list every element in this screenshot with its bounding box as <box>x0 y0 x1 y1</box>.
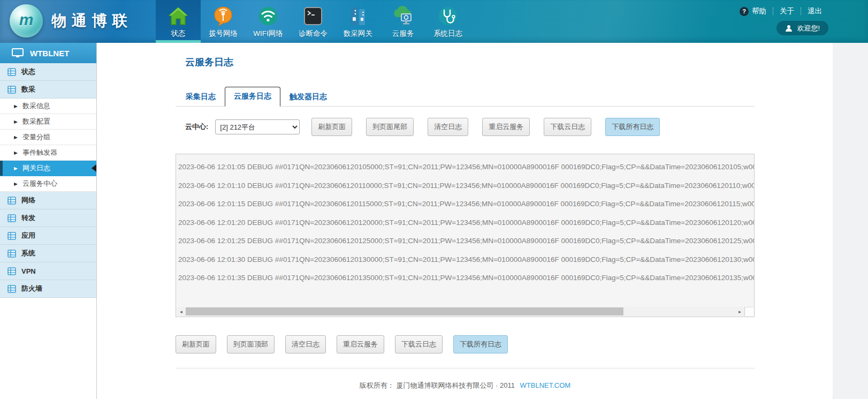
sidebar-item-application[interactable]: 应用 <box>0 227 96 245</box>
clear-log-button-bottom[interactable]: 清空日志 <box>285 335 326 353</box>
about-link[interactable]: 关于 <box>773 6 801 16</box>
sidebar-item-system[interactable]: 系统 <box>0 245 96 262</box>
clear-log-button[interactable]: 清空日志 <box>428 118 468 136</box>
nav-wifi-network[interactable]: WIFI网络 <box>246 0 291 43</box>
top-header: m 物通博联 状态 拨号网络 <box>0 0 868 43</box>
wifi-icon <box>257 4 279 28</box>
scrollbar-corner <box>744 307 753 316</box>
sidebar-item-acquisition-config[interactable]: ▶ 数采配置 <box>0 114 96 130</box>
scrollbar-thumb[interactable] <box>186 307 623 315</box>
restart-cloud-service-button-bottom[interactable]: 重启云服务 <box>337 335 384 353</box>
tab-collection-log[interactable]: 采集日志 <box>177 88 225 106</box>
page-title: 云服务日志 <box>185 56 755 69</box>
tab-cloud-service-log[interactable]: 云服务日志 <box>225 87 280 107</box>
download-cloud-log-button-bottom[interactable]: 下载云日志 <box>395 335 443 353</box>
scroll-right-icon[interactable]: ▸ <box>735 307 744 316</box>
tab-trigger-log[interactable]: 触发器日志 <box>280 88 336 106</box>
caret-right-icon: ▶ <box>14 150 18 155</box>
cloud-center-select[interactable]: [2] 212平台 <box>215 119 300 134</box>
sidebar-item-label: 转发 <box>21 213 35 223</box>
gateway-icon <box>347 4 369 28</box>
refresh-page-button-bottom[interactable]: 刷新页面 <box>176 335 216 353</box>
caret-right-icon: ▶ <box>14 135 18 140</box>
nav-diagnostic-command[interactable]: 诊断命令 <box>291 0 336 43</box>
nav-data-gateway[interactable]: 数采网关 <box>336 0 380 43</box>
cloud-icon <box>391 4 415 28</box>
log-line: 2023-06-06 12:01:20 DEBUG ##0171QN=20230… <box>178 214 754 232</box>
nav-label: 拨号网络 <box>209 29 238 39</box>
help-link[interactable]: 帮助 <box>745 6 773 16</box>
footer: 版权所有： 厦门物通博联网络科技有限公司 · 2011 WTBLNET.COM <box>176 368 755 390</box>
restart-cloud-service-button[interactable]: 重启云服务 <box>482 118 530 136</box>
sidebar-item-acquisition-info[interactable]: ▶ 数采信息 <box>0 99 96 114</box>
log-line: 2023-06-06 12:01:30 DEBUG ##0171QN=20230… <box>178 251 754 269</box>
logout-link[interactable]: 退出 <box>801 6 828 16</box>
device-name: WTBLNET <box>30 49 69 58</box>
grid-icon <box>7 197 16 205</box>
sidebar-item-forwarding[interactable]: 转发 <box>0 209 96 227</box>
nav-system-log[interactable]: 系统日志 <box>425 0 470 43</box>
horizontal-scrollbar[interactable]: ◂ ▸ <box>177 307 753 316</box>
sidebar-item-label: 云服务中心 <box>22 179 57 189</box>
wtblnet-link[interactable]: WTBLNET.COM <box>520 381 571 389</box>
sidebar-item-label: 应用 <box>21 231 35 240</box>
log-line: 2023-06-06 12:01:10 DEBUG ##0171QN=20230… <box>178 177 754 195</box>
sidebar-item-network[interactable]: 网络 <box>0 192 96 209</box>
grid-icon <box>7 68 16 76</box>
log-output[interactable]: 2023-06-06 12:01:05 DEBUG ##0171QN=20230… <box>176 154 755 317</box>
nav-dialup-network[interactable]: 拨号网络 <box>201 0 246 43</box>
nav-status[interactable]: 状态 <box>156 0 201 43</box>
download-all-logs-button[interactable]: 下载所有日志 <box>605 118 660 136</box>
sidebar-item-firewall[interactable]: 防火墙 <box>0 280 96 298</box>
sidebar-item-label: 数采信息 <box>22 101 50 111</box>
sidebar-item-label: 网络 <box>21 195 35 205</box>
nav-cloud-service[interactable]: 云服务 <box>380 0 425 43</box>
go-page-top-button[interactable]: 到页面顶部 <box>227 335 275 353</box>
logo-sphere-icon: m <box>10 4 43 37</box>
log-line: 2023-06-06 12:01:05 DEBUG ##0171QN=20230… <box>178 158 754 177</box>
header-links: ? 帮助 关于 退出 <box>740 6 828 16</box>
sidebar-item-event-trigger[interactable]: ▶ 事件触发器 <box>0 145 96 161</box>
stethoscope-icon <box>437 4 459 28</box>
grid-icon <box>7 250 16 258</box>
brand-name: 物通博联 <box>51 11 133 31</box>
logo-mark: m <box>19 11 34 29</box>
sidebar-item-gateway-log[interactable]: ▶ 网关日志 <box>0 161 96 176</box>
bottom-toolbar: 刷新页面 到页面顶部 清空日志 重启云服务 下载云日志 下载所有日志 <box>176 335 755 353</box>
sidebar-item-label: 数采配置 <box>22 117 50 126</box>
nav-label: 诊断命令 <box>299 29 328 39</box>
sidebar-item-variable-group[interactable]: ▶ 变量分组 <box>0 130 96 145</box>
cloud-center-label: 云中心: <box>185 122 208 132</box>
download-cloud-log-button[interactable]: 下载云日志 <box>544 118 591 136</box>
copyright-text: 版权所有： 厦门物通博联网络科技有限公司 · 2011 <box>360 381 515 389</box>
caret-right-icon: ▶ <box>14 166 18 171</box>
caret-right-icon: ▶ <box>14 104 18 109</box>
sidebar: WTBLNET 状态 数采 ▶ 数采信息 ▶ <box>0 43 97 399</box>
nav-label: 状态 <box>171 29 186 39</box>
dialup-icon <box>212 4 234 28</box>
refresh-page-button[interactable]: 刷新页面 <box>311 118 352 136</box>
scroll-left-icon[interactable]: ◂ <box>177 307 186 316</box>
home-icon <box>167 4 189 28</box>
nav-label: WIFI网络 <box>253 29 283 39</box>
sidebar-item-vpn[interactable]: VPN <box>0 262 96 280</box>
download-all-logs-button-bottom[interactable]: 下载所有日志 <box>453 335 508 353</box>
welcome-badge[interactable]: 欢迎您! <box>776 21 828 35</box>
terminal-icon <box>302 4 324 28</box>
sidebar-item-data-acquisition[interactable]: 数采 <box>0 81 96 99</box>
monitor-icon <box>12 48 24 58</box>
sidebar-item-label: 事件触发器 <box>22 148 57 157</box>
sidebar-item-cloud-service-center[interactable]: ▶ 云服务中心 <box>0 176 96 192</box>
sidebar-item-label: VPN <box>21 267 36 275</box>
sidebar-item-status[interactable]: 状态 <box>0 63 96 81</box>
sidebar-item-label: 网关日志 <box>22 163 50 173</box>
go-page-bottom-button[interactable]: 到页面尾部 <box>366 118 414 136</box>
sidebar-item-label: 系统 <box>21 249 35 258</box>
nav-label: 云服务 <box>392 29 414 39</box>
sidebar-device-title: WTBLNET <box>0 43 96 63</box>
caret-right-icon: ▶ <box>14 182 18 186</box>
caret-right-icon: ▶ <box>14 119 18 124</box>
grid-icon <box>7 285 16 293</box>
sidebar-item-label: 状态 <box>21 67 35 77</box>
sidebar-item-label: 防火墙 <box>21 284 42 293</box>
